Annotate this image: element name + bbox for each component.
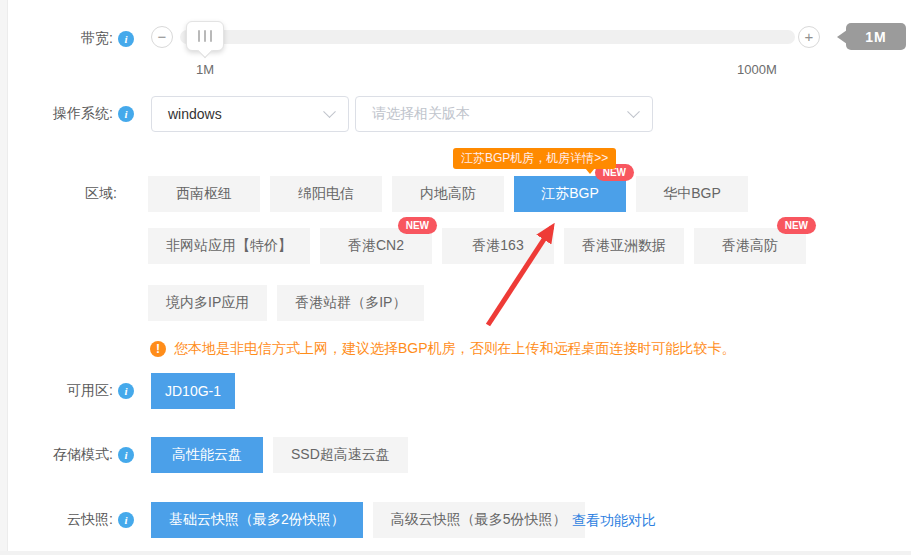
os-version-placeholder: 请选择相关版本 [372,105,629,123]
zone-label-group: 可用区: i [67,373,134,409]
warning-icon: ! [150,341,166,357]
region-row-1: 西南枢纽 绵阳电信 内地高防 江苏BGP NEW 华中BGP [148,176,748,212]
region-button-jiangsu-bgp[interactable]: 江苏BGP NEW [514,176,626,212]
compare-features-link[interactable]: 查看功能对比 [572,512,656,530]
info-icon[interactable]: i [118,106,134,122]
region-button-label: 香港高防 [722,237,778,255]
region-tooltip[interactable]: 江苏BGP机房，机房详情>> [453,148,616,169]
os-label: 操作系统: [53,105,113,123]
info-icon[interactable]: i [118,383,134,399]
storage-label-group: 存储模式: i [53,437,134,473]
server-config-page: { "ui": { "info_icon": "i" }, "bandwidth… [0,0,911,555]
bandwidth-slider-track[interactable] [180,30,795,44]
region-row-2: 非网站应用【特价】 香港CN2 NEW 香港163 香港亚洲数据 香港高防 NE… [148,228,806,264]
snapshot-options: 基础云快照（最多2份快照） 高级云快照（最多5份快照） [151,502,585,538]
new-badge: NEW [777,217,816,234]
region-button-hk-gaofang[interactable]: 香港高防 NEW [694,228,806,264]
red-annotation-arrow [440,205,580,340]
bandwidth-minus-button[interactable]: − [151,26,173,48]
bandwidth-min-tick: 1M [196,62,214,77]
region-button-hk-cn2[interactable]: 香港CN2 NEW [320,228,432,264]
region-button[interactable]: 香港163 [442,228,554,264]
zone-label: 可用区: [67,382,113,400]
os-type-select[interactable]: windows [151,96,349,132]
info-icon[interactable]: i [118,512,134,528]
bandwidth-label-group: 带宽: i [81,24,134,54]
region-button[interactable]: 非网站应用【特价】 [148,228,310,264]
bandwidth-label: 带宽: [81,30,113,48]
snapshot-label: 云快照: [67,511,113,529]
os-version-select[interactable]: 请选择相关版本 [355,96,653,132]
new-badge: NEW [398,217,437,234]
slider-grip-bar [198,30,200,42]
region-button[interactable]: 内地高防 [392,176,504,212]
zone-options: JD10G-1 [151,373,235,409]
left-panel-edge [0,0,8,555]
region-button[interactable]: 境内多IP应用 [148,285,267,321]
storage-option-button[interactable]: 高性能云盘 [151,437,263,473]
bottom-divider [0,551,911,555]
bandwidth-max-tick: 1000M [737,62,777,77]
info-icon[interactable]: i [118,31,134,47]
region-button-label: 江苏BGP [541,185,599,203]
bandwidth-plus-button[interactable]: + [798,26,820,48]
region-button[interactable]: 华中BGP [636,176,748,212]
region-button[interactable]: 绵阳电信 [270,176,382,212]
storage-option-button[interactable]: SSD超高速云盘 [273,437,408,473]
snapshot-option-button[interactable]: 基础云快照（最多2份快照） [151,502,363,538]
snapshot-label-group: 云快照: i [67,502,134,538]
region-button-label: 香港CN2 [348,237,404,255]
info-icon[interactable]: i [118,447,134,463]
region-label-group: 区域: [85,176,117,212]
storage-label: 存储模式: [53,446,113,464]
warning-message: ! 您本地是非电信方式上网，建议选择BGP机房，否则在上传和远程桌面连接时可能比… [150,340,736,358]
region-button[interactable]: 西南枢纽 [148,176,260,212]
bandwidth-slider-handle[interactable] [186,21,224,51]
region-row-3: 境内多IP应用 香港站群（多IP） [148,285,424,321]
os-label-group: 操作系统: i [53,96,134,132]
slider-grip-bar [204,30,206,42]
snapshot-option-button[interactable]: 高级云快照（最多5份快照） [373,502,585,538]
region-label: 区域: [85,185,117,203]
os-type-value: windows [168,106,325,122]
bandwidth-value-tag: 1M [846,23,906,50]
region-button[interactable]: 香港站群（多IP） [277,285,424,321]
zone-option-button[interactable]: JD10G-1 [151,373,235,409]
warning-text: 您本地是非电信方式上网，建议选择BGP机房，否则在上传和远程桌面连接时可能比较卡… [174,340,736,358]
chevron-down-icon [627,105,640,118]
storage-options: 高性能云盘 SSD超高速云盘 [151,437,408,473]
region-button[interactable]: 香港亚洲数据 [564,228,684,264]
chevron-down-icon [323,105,336,118]
slider-grip-bar [210,30,212,42]
